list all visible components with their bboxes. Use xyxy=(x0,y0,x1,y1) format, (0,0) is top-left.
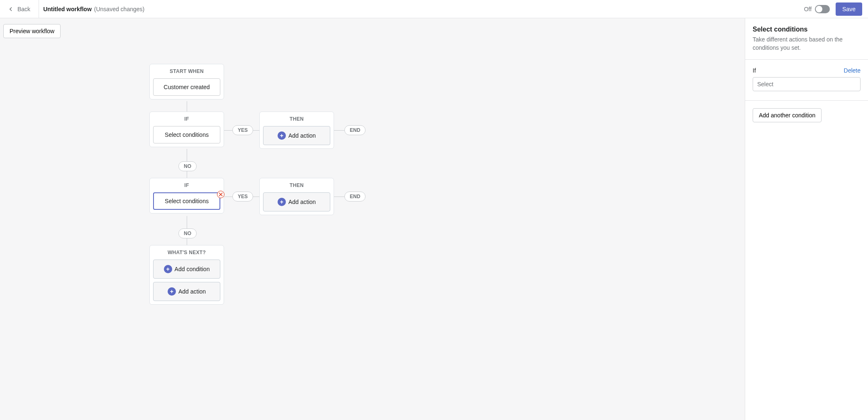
node-then-2-header: THEN xyxy=(263,182,330,188)
enable-toggle[interactable] xyxy=(815,5,830,13)
node-start-body[interactable]: Customer created xyxy=(153,78,220,96)
yes-pill-1: YES xyxy=(232,125,253,135)
delete-condition-link[interactable]: Delete xyxy=(844,67,861,74)
node-if-1-body[interactable]: Select conditions xyxy=(153,126,220,143)
add-action-button[interactable]: + Add action xyxy=(153,282,220,301)
add-action-label: Add action xyxy=(288,132,316,139)
preview-workflow-button[interactable]: Preview workflow xyxy=(3,24,61,38)
add-action-label: Add action xyxy=(178,288,206,295)
divider xyxy=(745,100,868,101)
delete-node-button[interactable] xyxy=(217,191,224,198)
condition-if-label: If xyxy=(753,67,756,74)
no-pill-2: NO xyxy=(178,228,197,238)
workflow-title: Untitled workflow xyxy=(43,6,92,12)
save-button[interactable]: Save xyxy=(836,2,862,16)
title-wrap: Untitled workflow (Unsaved changes) xyxy=(43,6,144,12)
node-then-1-header: THEN xyxy=(263,116,330,122)
node-start: START WHEN Customer created xyxy=(149,64,224,100)
node-then-1: THEN + Add action xyxy=(259,112,334,149)
node-if-1: IF Select conditions xyxy=(149,112,224,147)
node-if-2-body[interactable]: Select conditions xyxy=(153,192,220,210)
add-condition-button[interactable]: + Add condition xyxy=(153,260,220,279)
node-then-2: THEN + Add action xyxy=(259,178,334,215)
end-pill-2: END xyxy=(344,192,366,202)
sidebar: Select conditions Take different actions… xyxy=(745,18,868,420)
workflow-canvas[interactable]: Preview workflow START WHEN Customer cre… xyxy=(0,18,745,420)
no-pill-1: NO xyxy=(178,161,197,171)
plus-icon: + xyxy=(278,198,286,206)
workflow-subtitle: (Unsaved changes) xyxy=(94,6,144,12)
back-label: Back xyxy=(17,6,30,12)
condition-select[interactable]: Select xyxy=(753,77,861,91)
node-then-1-body[interactable]: + Add action xyxy=(263,126,330,145)
node-start-header: START WHEN xyxy=(153,68,220,74)
close-icon xyxy=(219,192,223,197)
node-if-1-header: IF xyxy=(153,116,220,122)
connector xyxy=(187,101,187,112)
node-whats-next: WHAT'S NEXT? + Add condition + Add actio… xyxy=(149,245,224,305)
arrow-left-icon xyxy=(7,6,14,12)
plus-icon: + xyxy=(278,131,286,140)
toggle-wrap: Off xyxy=(804,5,830,13)
divider xyxy=(745,59,868,60)
end-pill-1: END xyxy=(344,125,366,135)
top-bar: Back Untitled workflow (Unsaved changes)… xyxy=(0,0,868,18)
plus-icon: + xyxy=(164,265,172,273)
plus-icon: + xyxy=(168,287,176,296)
add-action-label: Add action xyxy=(288,199,316,205)
node-if-2-header: IF xyxy=(153,182,220,188)
node-if-2: IF Select conditions xyxy=(149,178,224,214)
add-condition-label: Add condition xyxy=(175,266,210,272)
toggle-label: Off xyxy=(804,6,812,12)
node-then-2-body[interactable]: + Add action xyxy=(263,192,330,211)
yes-pill-2: YES xyxy=(232,192,253,202)
sidebar-title: Select conditions xyxy=(753,26,861,33)
add-another-condition-button[interactable]: Add another condition xyxy=(753,108,822,122)
divider xyxy=(39,0,39,18)
back-button[interactable]: Back xyxy=(3,3,34,15)
sidebar-description: Take different actions based on the cond… xyxy=(753,36,861,52)
node-next-header: WHAT'S NEXT? xyxy=(153,250,220,255)
